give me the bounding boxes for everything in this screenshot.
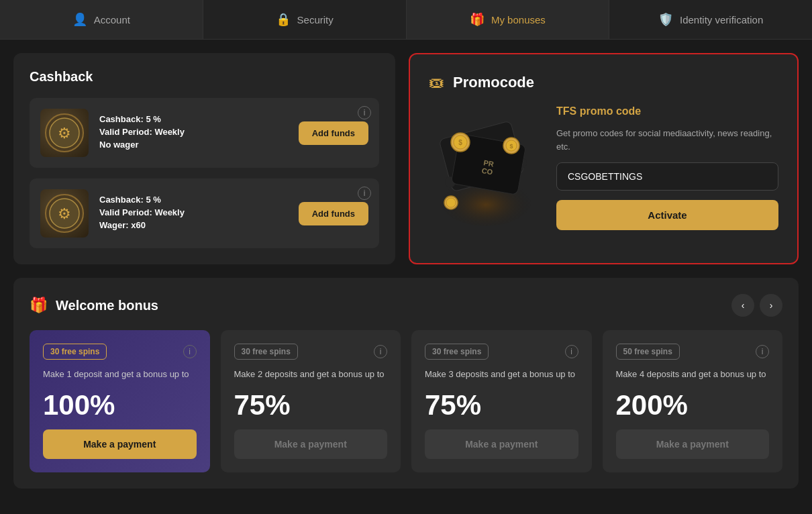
bonus-percent-2: 75% bbox=[234, 389, 388, 421]
cashback-period-2: Valid Period: Weekly bbox=[99, 207, 288, 217]
cashback-panel: Cashback ⚙ Cashback: 5 % Valid Period: W… bbox=[13, 53, 395, 264]
promo-desc: Get promo codes for social mediaactivity… bbox=[556, 127, 778, 153]
cashback-avatar-2: ⚙ bbox=[40, 189, 89, 238]
welcome-section: 🎁 Welcome bonus ‹ › 30 free spins i Make… bbox=[13, 278, 799, 489]
promocode-icon: 🎟 bbox=[429, 73, 445, 92]
bonus-percent-3: 75% bbox=[425, 389, 578, 421]
spins-badge-2: 30 free spins bbox=[234, 344, 298, 360]
welcome-title-row: 🎁 Welcome bonus bbox=[30, 297, 158, 314]
promo-right: TFS promo code Get promo codes for socia… bbox=[556, 105, 778, 230]
tab-security-label: Security bbox=[297, 14, 334, 25]
svg-text:$: $ bbox=[509, 143, 513, 150]
bonus-card-3: 30 free spins i Make 3 deposits and get … bbox=[411, 330, 592, 472]
bonus-percent-1: 100% bbox=[43, 389, 197, 421]
svg-text:⚙: ⚙ bbox=[58, 205, 71, 222]
card-info-icon-1[interactable]: i bbox=[183, 345, 197, 358]
activate-button[interactable]: Activate bbox=[556, 200, 778, 230]
promocode-header: 🎟 Promocode bbox=[429, 73, 778, 92]
bonus-card-top-3: 30 free spins i bbox=[425, 344, 578, 360]
tab-security[interactable]: 🔒 Security bbox=[203, 0, 407, 39]
svg-text:⚙: ⚙ bbox=[58, 125, 71, 142]
nav-arrows: ‹ › bbox=[731, 294, 782, 317]
promocode-body: PROMO CODE PR CO $ bbox=[429, 105, 778, 240]
cashback-wager-2: Wager: x60 bbox=[99, 220, 288, 230]
tab-bonuses-label: My bonuses bbox=[491, 14, 546, 25]
promo-subtitle: TFS promo code bbox=[556, 105, 778, 117]
card-info-icon-4[interactable]: i bbox=[756, 345, 769, 358]
tab-identity[interactable]: 🛡️ Identity verification bbox=[609, 0, 812, 39]
cashback-info-icon-1[interactable]: i bbox=[358, 106, 371, 119]
cashback-item-2: ⚙ Cashback: 5 % Valid Period: Weekly Wag… bbox=[30, 178, 379, 248]
prev-arrow[interactable]: ‹ bbox=[731, 294, 754, 317]
cashback-item-1: ⚙ Cashback: 5 % Valid Period: Weekly No … bbox=[30, 98, 379, 168]
account-icon: 👤 bbox=[72, 12, 87, 27]
payment-btn-4: Make a payment bbox=[616, 429, 770, 459]
tab-account[interactable]: 👤 Account bbox=[0, 0, 203, 39]
bonus-card-1: 30 free spins i Make 1 deposit and get a… bbox=[30, 330, 210, 472]
spins-badge-4: 50 free spins bbox=[616, 344, 680, 360]
bonus-card-top-1: 30 free spins i bbox=[43, 344, 197, 360]
welcome-icon: 🎁 bbox=[30, 297, 48, 314]
promo-image: PROMO CODE PR CO $ bbox=[429, 105, 543, 240]
promo-code-input[interactable] bbox=[556, 162, 778, 191]
tab-identity-label: Identity verification bbox=[680, 14, 763, 25]
top-row: Cashback ⚙ Cashback: 5 % Valid Period: W… bbox=[13, 53, 799, 264]
card-info-icon-2[interactable]: i bbox=[374, 345, 387, 358]
bonuses-icon: 🎁 bbox=[470, 12, 485, 27]
bonus-desc-3: Make 3 deposits and get a bonus up to bbox=[425, 368, 578, 381]
add-funds-btn-1[interactable]: Add funds bbox=[299, 121, 368, 145]
cashback-rate-1: Cashback: 5 % bbox=[99, 114, 288, 124]
bonus-card-top-2: 30 free spins i bbox=[234, 344, 388, 360]
cashback-info-2: Cashback: 5 % Valid Period: Weekly Wager… bbox=[99, 195, 288, 233]
spins-badge-1: 30 free spins bbox=[43, 344, 107, 360]
bonus-desc-2: Make 2 deposits and get a bonus up to bbox=[234, 368, 388, 381]
svg-point-22 bbox=[446, 198, 456, 207]
add-funds-btn-2[interactable]: Add funds bbox=[299, 202, 368, 225]
cashback-info-icon-2[interactable]: i bbox=[358, 187, 371, 200]
promo-ticket-svg: PROMO CODE PR CO $ bbox=[432, 105, 540, 240]
payment-btn-1[interactable]: Make a payment bbox=[43, 429, 197, 459]
svg-text:$: $ bbox=[458, 139, 462, 146]
tab-account-label: Account bbox=[94, 14, 130, 25]
welcome-header: 🎁 Welcome bonus ‹ › bbox=[30, 294, 782, 317]
bonus-card-2: 30 free spins i Make 2 deposits and get … bbox=[221, 330, 401, 472]
payment-btn-3: Make a payment bbox=[425, 429, 578, 459]
bonus-desc-4: Make 4 deposits and get a bonus up to bbox=[616, 368, 770, 381]
cashback-rate-2: Cashback: 5 % bbox=[99, 195, 288, 205]
promocode-panel: 🎟 Promocode bbox=[409, 53, 799, 264]
cashback-info-1: Cashback: 5 % Valid Period: Weekly No wa… bbox=[99, 114, 288, 152]
next-arrow[interactable]: › bbox=[760, 294, 782, 317]
cashback-period-1: Valid Period: Weekly bbox=[99, 127, 288, 137]
nav-tabs: 👤 Account 🔒 Security 🎁 My bonuses 🛡️ Ide… bbox=[0, 0, 812, 40]
payment-btn-2: Make a payment bbox=[234, 429, 388, 459]
bonus-card-top-4: 50 free spins i bbox=[616, 344, 770, 360]
cashback-title: Cashback bbox=[30, 69, 379, 85]
security-icon: 🔒 bbox=[276, 12, 291, 27]
cashback-wager-1: No wager bbox=[99, 140, 288, 150]
promocode-title: Promocode bbox=[453, 74, 534, 91]
tab-my-bonuses[interactable]: 🎁 My bonuses bbox=[407, 0, 610, 39]
bonus-cards: 30 free spins i Make 1 deposit and get a… bbox=[30, 330, 782, 472]
cashback-avatar-1: ⚙ bbox=[40, 109, 89, 157]
bonus-desc-1: Make 1 deposit and get a bonus up to bbox=[43, 368, 197, 381]
identity-icon: 🛡️ bbox=[658, 12, 673, 27]
main-content: Cashback ⚙ Cashback: 5 % Valid Period: W… bbox=[0, 40, 812, 502]
bonus-card-4: 50 free spins i Make 4 deposits and get … bbox=[603, 330, 783, 472]
card-info-icon-3[interactable]: i bbox=[565, 345, 578, 358]
bonus-percent-4: 200% bbox=[616, 389, 770, 421]
spins-badge-3: 30 free spins bbox=[425, 344, 489, 360]
welcome-title: Welcome bonus bbox=[56, 298, 158, 313]
